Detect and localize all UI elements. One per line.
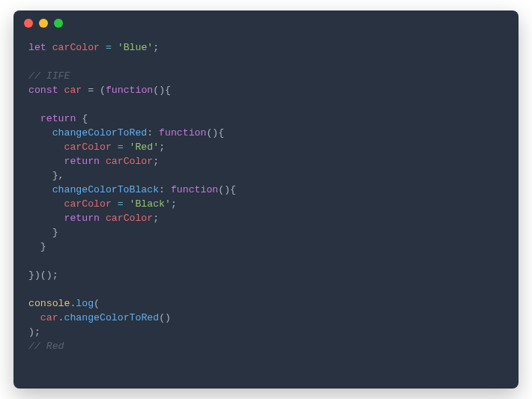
string-blue: 'Blue' xyxy=(118,42,153,53)
ident-carColor: carColor xyxy=(106,213,153,224)
punct: ( xyxy=(94,298,100,309)
minimize-icon[interactable] xyxy=(39,19,48,28)
punct: (){ xyxy=(218,184,236,195)
ident-carColor: carColor xyxy=(52,42,100,53)
method-changeColorToRed: changeColorToRed xyxy=(52,127,148,138)
semicolon: ; xyxy=(153,213,159,224)
punct-close-iife: })(); xyxy=(28,269,58,281)
code-block: let carColor = 'Blue'; // IIFE const car… xyxy=(13,36,519,389)
punct-close: }, xyxy=(52,170,64,181)
keyword-let: let xyxy=(28,42,46,53)
punct: { xyxy=(76,113,88,124)
editor-window: let carColor = 'Blue'; // IIFE const car… xyxy=(13,10,519,389)
string-red: 'Red' xyxy=(130,141,160,153)
window-titlebar xyxy=(13,10,519,36)
operator-eq: = xyxy=(100,42,118,53)
semicolon: ; xyxy=(159,141,165,153)
keyword-function: function xyxy=(159,127,206,138)
punct: : xyxy=(147,127,159,138)
string-black: 'Black' xyxy=(130,198,171,210)
punct: = ( xyxy=(82,85,106,96)
method-log: log xyxy=(76,298,94,309)
ident-car: car xyxy=(40,312,58,323)
semicolon: ; xyxy=(153,156,159,167)
punct: (){ xyxy=(153,85,171,96)
punct: () xyxy=(159,312,171,323)
keyword-return: return xyxy=(40,113,76,124)
ident-carColor: carColor xyxy=(64,198,111,210)
ident-car: car xyxy=(64,85,82,96)
keyword-return: return xyxy=(64,213,99,224)
keyword-return: return xyxy=(64,156,99,167)
method-changeColorToRed: changeColorToRed xyxy=(64,312,160,323)
punct: : xyxy=(159,184,171,195)
ident-carColor: carColor xyxy=(106,156,153,167)
semicolon: ; xyxy=(171,198,177,210)
maximize-icon[interactable] xyxy=(54,19,63,28)
operator-eq: = xyxy=(112,141,130,153)
punct-close: ); xyxy=(28,326,40,338)
semicolon: ; xyxy=(153,42,159,53)
punct: (){ xyxy=(206,127,224,138)
close-icon[interactable] xyxy=(24,19,33,28)
keyword-const: const xyxy=(28,85,58,96)
operator-eq: = xyxy=(112,198,130,210)
keyword-function: function xyxy=(106,85,153,96)
space xyxy=(100,213,106,224)
comment-output: // Red xyxy=(28,341,64,352)
ident-carColor: carColor xyxy=(64,141,111,153)
comment-iife: // IIFE xyxy=(28,70,70,82)
space xyxy=(100,156,106,167)
punct-dot: . xyxy=(58,312,64,323)
keyword-function: function xyxy=(171,184,218,195)
punct-close: } xyxy=(40,241,46,252)
punct-close: } xyxy=(52,227,58,238)
method-changeColorToBlack: changeColorToBlack xyxy=(52,184,159,195)
global-console: console xyxy=(28,298,70,309)
